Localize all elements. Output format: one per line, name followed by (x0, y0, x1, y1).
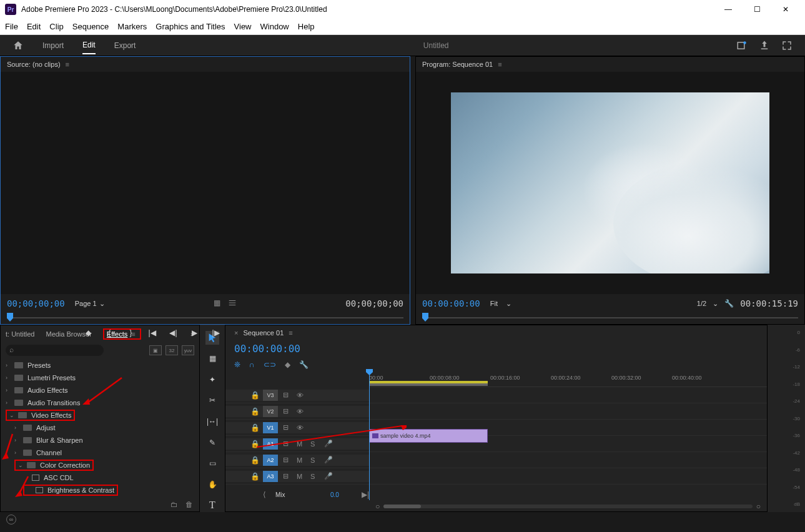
solo-icon[interactable]: S (310, 440, 319, 448)
tree-item-brightness-contrast[interactable]: Brightness & Contrast (1, 484, 199, 496)
preset-filter-2[interactable]: 32 (165, 345, 178, 355)
magnet-icon[interactable]: ∩ (249, 360, 255, 369)
menu-clip[interactable]: Clip (49, 22, 63, 31)
lock-icon[interactable]: 🔒 (250, 456, 258, 465)
sequence-tab[interactable]: Sequence 01 (243, 329, 284, 337)
hand-tool-icon[interactable]: ✋ (205, 478, 219, 491)
tree-item-audio-effects[interactable]: ›Audio Effects (1, 384, 199, 397)
linked-icon[interactable]: ⊂⊃ (264, 360, 276, 369)
menu-edit[interactable]: Edit (27, 22, 41, 31)
track-label[interactable]: A3 (263, 471, 278, 482)
menu-graphics[interactable]: Graphics and Titles (156, 22, 225, 31)
rect-tool-icon[interactable]: ▭ (205, 456, 219, 470)
sync-lock-icon[interactable]: ⊟ (283, 391, 292, 399)
pen-tool-icon[interactable]: ✎ (205, 436, 219, 450)
source-monitor[interactable] (1, 72, 410, 294)
creative-cloud-icon[interactable]: ∞ (6, 515, 16, 525)
tree-item-blur-sharpen[interactable]: ›Blur & Sharpen (1, 434, 199, 446)
track-v1[interactable]: 🔒 V1 ⊟ 👁sample video 4.mp4 (225, 420, 767, 436)
tree-item-audio-transitions[interactable]: ›Audio Transitions (1, 397, 199, 409)
sync-lock-icon[interactable]: ⊟ (283, 423, 292, 431)
lock-icon[interactable]: 🔒 (250, 391, 258, 400)
razor-tool-icon[interactable]: ✂ (205, 394, 219, 408)
sync-lock-icon[interactable]: ⊟ (283, 456, 292, 464)
timeline-timecode[interactable]: 00:00:00:00 (225, 340, 767, 357)
program-tc-in[interactable]: 00:00:00:00 (422, 298, 480, 308)
timeline-zoom[interactable]: ○ ○ (369, 501, 767, 511)
wrench-icon[interactable]: 🔧 (724, 299, 734, 308)
play-icon[interactable]: ▶ (190, 328, 200, 338)
preset-filter-1[interactable]: ▣ (149, 345, 162, 355)
sync-lock-icon[interactable]: ⊟ (283, 472, 292, 480)
track-label[interactable]: A1 (263, 438, 278, 450)
marker-icon[interactable]: ◆ (285, 360, 290, 369)
tree-item-channel[interactable]: ›Channel (1, 446, 199, 459)
snap-icon[interactable]: ❊ (234, 360, 240, 369)
solo-icon[interactable]: S (310, 456, 319, 464)
workspace-edit[interactable]: Edit (82, 37, 96, 54)
preset-filter-3[interactable]: yuv (182, 345, 194, 355)
track-select-tool-icon[interactable]: ▦ (205, 352, 219, 366)
menu-file[interactable]: File (5, 22, 18, 31)
mute-icon[interactable]: M (297, 473, 305, 480)
menu-view[interactable]: View (234, 22, 252, 31)
home-icon[interactable] (12, 40, 24, 51)
settings-icon[interactable] (228, 298, 237, 309)
track-label[interactable]: V1 (263, 422, 278, 433)
fullscreen-icon[interactable] (781, 40, 793, 51)
playhead[interactable] (369, 374, 370, 500)
panel-menu-icon[interactable] (66, 61, 72, 68)
lock-icon[interactable]: 🔒 (250, 440, 258, 448)
new-bin-icon[interactable]: 🗀 (170, 500, 178, 509)
tree-item-asc-cdl[interactable]: ASC CDL (1, 471, 199, 484)
maximize-button[interactable]: ☐ (743, 0, 771, 19)
mark-in-icon[interactable]: { (105, 328, 115, 338)
delete-icon[interactable]: 🗑 (185, 500, 193, 509)
timeline-ruler[interactable]: 00:00 00:00:08:00 00:00:16:00 00:00:24:0… (369, 372, 767, 387)
step-fwd-icon[interactable]: |▶ (211, 328, 221, 338)
sync-lock-icon[interactable]: ⊟ (283, 407, 292, 415)
close-button[interactable]: ✕ (771, 0, 800, 19)
settings-icon[interactable]: 🔧 (299, 360, 309, 369)
mute-icon[interactable]: M (297, 440, 305, 448)
track-v3[interactable]: 🔒 V3 ⊟ 👁 (225, 387, 767, 403)
source-tc-in[interactable]: 00;00;00;00 (7, 298, 65, 308)
mark-out-icon[interactable]: } (126, 328, 136, 338)
quick-export-icon[interactable] (736, 40, 748, 51)
tree-item-color-correction[interactable]: ⌄Color Correction (1, 459, 199, 471)
program-scrubber[interactable] (422, 313, 798, 323)
menu-sequence[interactable]: Sequence (72, 22, 109, 31)
panel-menu-icon[interactable] (289, 329, 295, 337)
resolution-select[interactable]: 1/2 ⌄ (697, 300, 718, 308)
sync-lock-icon[interactable]: ⊟ (283, 440, 292, 448)
minimize-button[interactable]: — (714, 0, 743, 19)
step-back-icon[interactable]: ◀| (169, 328, 179, 338)
menu-markers[interactable]: Markers (117, 22, 147, 31)
track-a2[interactable]: 🔒 A2 ⊟ MS🎤 (225, 452, 767, 468)
tree-item-lumetri-presets[interactable]: ›Lumetri Presets (1, 372, 199, 384)
mic-icon[interactable]: 🎤 (324, 456, 333, 464)
eye-icon[interactable]: 👁 (297, 408, 305, 415)
eye-icon[interactable]: 👁 (297, 392, 305, 399)
tree-item-presets[interactable]: ›Presets (1, 359, 199, 372)
effects-search-input[interactable] (6, 345, 104, 356)
mute-icon[interactable]: M (297, 456, 305, 464)
source-scrubber[interactable] (7, 313, 403, 323)
add-marker-icon[interactable]: ◆ (84, 328, 94, 338)
zoom-fit-select[interactable]: Fit ⌄ (490, 300, 511, 308)
tree-item-video-effects[interactable]: ⌄Video Effects (1, 409, 199, 421)
track-a1[interactable]: 🔒 A1 ⊟ MS🎤 (225, 436, 767, 452)
eye-icon[interactable]: 👁 (297, 424, 305, 431)
track-label[interactable]: A2 (263, 455, 278, 466)
clip[interactable]: sample video 4.mp4 (369, 429, 488, 443)
workspace-export[interactable]: Export (114, 37, 136, 54)
mix-value[interactable]: 0.0 (330, 491, 339, 498)
program-monitor[interactable] (416, 72, 804, 294)
lock-icon[interactable]: 🔒 (250, 423, 258, 432)
share-icon[interactable] (759, 40, 770, 51)
workspace-import[interactable]: Import (42, 37, 64, 54)
lock-icon[interactable]: 🔒 (250, 472, 258, 481)
menu-help[interactable]: Help (298, 22, 315, 31)
lock-icon[interactable]: 🔒 (250, 407, 258, 416)
slip-tool-icon[interactable]: |↔| (205, 415, 219, 428)
